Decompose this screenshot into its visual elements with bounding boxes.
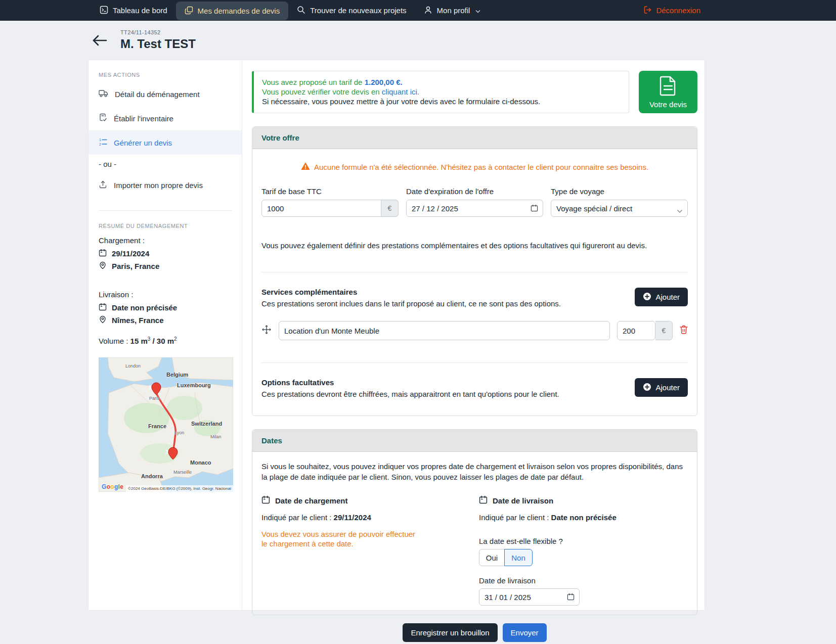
chargement-warning: Vous devez vous assurer de pouvoir effec… [261, 529, 479, 548]
alert-line1: Vous avez proposé un tarif de [262, 78, 365, 86]
plus-circle-icon [643, 292, 651, 302]
options-add-button[interactable]: Ajouter [635, 378, 688, 397]
options-add-label: Ajouter [655, 383, 680, 392]
tarif-label: Tarif de base TTC [261, 187, 399, 196]
services-subtitle: Ces prestations seront inclues dans le t… [261, 299, 561, 308]
livraison-city-line: Nîmes, France [99, 315, 232, 325]
location-pin-icon [99, 315, 107, 325]
dates-intro-text: Si vous le souhaitez, vous pouvez indiqu… [261, 461, 688, 482]
numbered-list-icon: 12 [99, 137, 107, 148]
services-add-button[interactable]: Ajouter [635, 288, 688, 306]
page-header: TT24/11-14352 M. Test TEST [92, 29, 196, 51]
map-label-france: France [148, 423, 166, 429]
nav-trouver-projets[interactable]: Trouver de nouveaux projets [288, 0, 415, 21]
sidebar-item-label: Générer un devis [114, 139, 172, 147]
alert-line2: Vous pouvez vérifier votre devis en [262, 87, 382, 96]
service-price-input[interactable] [617, 321, 655, 340]
trash-icon[interactable] [680, 325, 688, 336]
clipboard-check-icon [99, 113, 107, 123]
copy-icon [185, 6, 193, 16]
route-map[interactable]: 1 2 London Belgium Luxembourg Paris Fran… [99, 357, 233, 492]
livraison-date-line: Date non précisée [99, 303, 232, 312]
sidebar-or-separator: - ou - [99, 155, 232, 173]
drag-handle-icon[interactable] [261, 325, 272, 337]
svg-text:2: 2 [99, 143, 101, 146]
calendar-icon [261, 495, 270, 505]
nav-items: Tableau de bord Mes demandes de devis Tr… [91, 0, 489, 21]
map-label-paris: Paris [149, 396, 160, 401]
plus-circle-icon [643, 383, 651, 393]
service-name-input[interactable] [279, 321, 610, 340]
back-button[interactable] [92, 34, 107, 49]
nav-tableau-de-bord[interactable]: Tableau de bord [91, 0, 176, 21]
nav-label: Tableau de bord [113, 6, 167, 15]
send-button[interactable]: Envoyer [503, 623, 547, 642]
alert-amount: 1.200,00 €. [365, 78, 403, 86]
chargement-title-row: Date de chargement [261, 495, 479, 505]
no-formula-warning-text: Aucune formule n'a été sélectionnée. N'h… [314, 163, 648, 171]
sidebar-item-label: Établir l'inventaire [114, 114, 173, 123]
main-container: MES ACTIONS Détail du déménagement Établ… [88, 60, 705, 611]
chargement-label: Chargement : [99, 236, 232, 245]
sidebar-item-generer-devis[interactable]: 12 Générer un devis [89, 130, 242, 155]
map-label-belgium: Belgium [166, 372, 188, 378]
sidebar-item-label: Détail du déménagement [115, 90, 200, 99]
flexible-non-button[interactable]: Non [504, 549, 533, 566]
expiration-label: Date d'expiration de l'offre [406, 187, 543, 196]
map-label-monaco: Monaco [190, 459, 211, 466]
summary-chargement: Chargement : 29/11/2024 Paris, France [99, 236, 232, 271]
expiration-date-input[interactable] [406, 200, 543, 217]
upload-icon [99, 180, 107, 190]
sidebar-item-detail-demenagement[interactable]: Détail du déménagement [99, 82, 232, 106]
no-formula-warning: Aucune formule n'a été sélectionnée. N'h… [261, 162, 688, 172]
save-draft-button[interactable]: Enregistrer un brouillon [403, 623, 497, 642]
services-title: Services complémentaires [261, 288, 561, 296]
livraison-label: Livraison : [99, 290, 232, 299]
flexible-toggle: Oui Non [479, 549, 688, 566]
chevron-down-icon [475, 6, 480, 15]
chargement-client-value: 29/11/2024 [334, 513, 371, 522]
voyage-label: Type de voyage [551, 187, 688, 196]
map-label-luxembourg: Luxembourg [177, 382, 211, 388]
livraison-title-row: Date de livraison [479, 495, 688, 505]
tariff-alert: Vous avez proposé un tarif de 1.200,00 €… [252, 71, 629, 113]
flexible-oui-button[interactable]: Oui [479, 549, 505, 566]
alert-link-cliquant-ici[interactable]: cliquant ici. [382, 87, 419, 96]
summary-livraison: Livraison : Date non précisée Nîmes, Fra… [99, 290, 232, 325]
sidebar-item-etablir-inventaire[interactable]: Établir l'inventaire [99, 106, 232, 130]
euro-suffix: € [381, 200, 399, 217]
volume-summary: Volume : 15 m3 / 30 m2 [99, 336, 232, 345]
options-subtitle: Ces prestations devront être chiffrées, … [261, 390, 559, 398]
votre-devis-button[interactable]: Votre devis [639, 71, 697, 113]
logout-icon [643, 6, 652, 16]
offer-fields: Tarif de base TTC € Date d'expiration de… [261, 187, 688, 217]
livraison-client-value: Date non précisée [551, 513, 617, 522]
voyage-select[interactable] [551, 200, 688, 217]
dates-card: Dates Si vous le souhaitez, vous pouvez … [252, 429, 697, 615]
nav-mes-demandes-de-devis[interactable]: Mes demandes de devis [176, 2, 289, 20]
google-logo: Google [102, 483, 123, 490]
calendar-icon [99, 249, 107, 258]
nav-label: Mon profil [437, 6, 470, 15]
logout-button[interactable]: Déconnexion [643, 6, 700, 16]
service-row: € [261, 321, 688, 340]
options-section: Options facultatives Ces prestations dev… [261, 378, 688, 398]
dossier-reference: TT24/11-14352 [120, 29, 196, 35]
map-label-switzerland: Switzerland [191, 421, 222, 427]
livraison-date: Date non précisée [112, 303, 177, 312]
services-add-label: Ajouter [655, 293, 680, 301]
offer-card: Votre offre Aucune formule n'a été sélec… [252, 126, 697, 416]
sidebar-item-label: Importer mon propre devis [114, 181, 203, 190]
svg-text:1: 1 [99, 138, 101, 142]
euro-suffix: € [655, 321, 673, 340]
calendar-icon [99, 303, 107, 312]
sidebar-item-importer-devis[interactable]: Importer mon propre devis [99, 173, 232, 197]
chargement-column: Date de chargement Indiqué par le client… [261, 495, 479, 606]
form-footer: Enregistrer un brouillon Envoyer [252, 623, 697, 642]
livraison-date-input[interactable] [479, 588, 580, 606]
tarif-input[interactable] [261, 200, 381, 217]
dashboard-icon [100, 6, 108, 16]
nav-mon-profil[interactable]: Mon profil [415, 0, 490, 21]
top-navbar: Tableau de bord Mes demandes de devis Tr… [0, 0, 836, 21]
calendar-icon [479, 495, 488, 505]
